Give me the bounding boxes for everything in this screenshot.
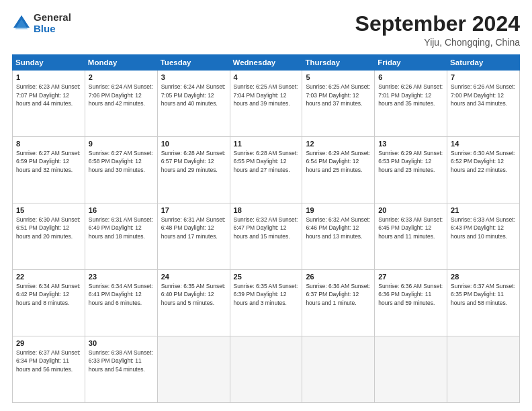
logo-icon — [12, 14, 31, 33]
table-row: 30Sunrise: 6:38 AM Sunset: 6:33 PM Dayli… — [85, 336, 157, 403]
table-row: 16Sunrise: 6:31 AM Sunset: 6:49 PM Dayli… — [85, 203, 157, 270]
day-number: 25 — [234, 273, 299, 281]
title-month: September 2024 — [355, 12, 520, 36]
table-row: 20Sunrise: 6:33 AM Sunset: 6:45 PM Dayli… — [375, 203, 447, 270]
day-info: Sunrise: 6:31 AM Sunset: 6:48 PM Dayligh… — [161, 216, 226, 240]
col-thursday: Thursday — [302, 55, 375, 71]
table-row: 18Sunrise: 6:32 AM Sunset: 6:47 PM Dayli… — [230, 203, 302, 270]
day-info: Sunrise: 6:25 AM Sunset: 7:04 PM Dayligh… — [234, 83, 299, 107]
table-row: 25Sunrise: 6:35 AM Sunset: 6:39 PM Dayli… — [230, 270, 302, 336]
day-info: Sunrise: 6:35 AM Sunset: 6:40 PM Dayligh… — [161, 282, 226, 307]
day-number: 20 — [378, 206, 443, 214]
day-info: Sunrise: 6:27 AM Sunset: 6:58 PM Dayligh… — [89, 149, 154, 174]
day-info: Sunrise: 6:29 AM Sunset: 6:54 PM Dayligh… — [306, 149, 371, 174]
calendar-week-4: 29Sunrise: 6:37 AM Sunset: 6:34 PM Dayli… — [13, 336, 520, 403]
table-row — [447, 336, 520, 403]
day-number: 18 — [234, 206, 299, 214]
day-number: 29 — [16, 339, 81, 347]
day-info: Sunrise: 6:37 AM Sunset: 6:34 PM Dayligh… — [16, 349, 81, 373]
table-row: 22Sunrise: 6:34 AM Sunset: 6:42 PM Dayli… — [13, 270, 85, 336]
table-row: 11Sunrise: 6:28 AM Sunset: 6:55 PM Dayli… — [230, 137, 302, 203]
table-row: 8Sunrise: 6:27 AM Sunset: 6:59 PM Daylig… — [13, 137, 85, 203]
col-friday: Friday — [375, 55, 447, 71]
day-info: Sunrise: 6:38 AM Sunset: 6:33 PM Dayligh… — [89, 349, 154, 373]
day-number: 27 — [378, 273, 443, 281]
day-info: Sunrise: 6:32 AM Sunset: 6:46 PM Dayligh… — [306, 216, 371, 240]
table-row — [230, 336, 302, 403]
calendar-week-2: 15Sunrise: 6:30 AM Sunset: 6:51 PM Dayli… — [13, 203, 520, 270]
table-row: 28Sunrise: 6:37 AM Sunset: 6:35 PM Dayli… — [447, 270, 520, 336]
day-number: 4 — [234, 73, 299, 81]
day-info: Sunrise: 6:34 AM Sunset: 6:41 PM Dayligh… — [89, 282, 154, 307]
page: General Blue September 2024 Yiju, Chongq… — [0, 0, 532, 411]
logo-general-text: General — [34, 12, 71, 24]
day-number: 28 — [451, 273, 516, 281]
day-number: 30 — [89, 339, 154, 347]
table-row: 3Sunrise: 6:24 AM Sunset: 7:05 PM Daylig… — [157, 71, 230, 137]
table-row: 1Sunrise: 6:23 AM Sunset: 7:07 PM Daylig… — [13, 71, 85, 137]
table-row: 9Sunrise: 6:27 AM Sunset: 6:58 PM Daylig… — [85, 137, 157, 203]
table-row: 6Sunrise: 6:26 AM Sunset: 7:01 PM Daylig… — [375, 71, 447, 137]
day-info: Sunrise: 6:29 AM Sunset: 6:53 PM Dayligh… — [378, 149, 443, 174]
day-number: 8 — [16, 140, 81, 148]
day-number: 24 — [161, 273, 226, 281]
table-row — [157, 336, 230, 403]
day-number: 1 — [16, 73, 81, 81]
title-location: Yiju, Chongqing, China — [355, 37, 520, 48]
day-number: 2 — [89, 73, 154, 81]
title-block: September 2024 Yiju, Chongqing, China — [355, 12, 520, 48]
table-row: 10Sunrise: 6:28 AM Sunset: 6:57 PM Dayli… — [157, 137, 230, 203]
day-number: 19 — [306, 206, 371, 214]
day-info: Sunrise: 6:36 AM Sunset: 6:37 PM Dayligh… — [306, 282, 371, 307]
day-info: Sunrise: 6:28 AM Sunset: 6:57 PM Dayligh… — [161, 149, 226, 174]
table-row: 5Sunrise: 6:25 AM Sunset: 7:03 PM Daylig… — [302, 71, 375, 137]
day-info: Sunrise: 6:37 AM Sunset: 6:35 PM Dayligh… — [451, 282, 516, 307]
table-row: 21Sunrise: 6:33 AM Sunset: 6:43 PM Dayli… — [447, 203, 520, 270]
day-info: Sunrise: 6:26 AM Sunset: 7:01 PM Dayligh… — [378, 83, 443, 107]
day-number: 23 — [89, 273, 154, 281]
table-row: 17Sunrise: 6:31 AM Sunset: 6:48 PM Dayli… — [157, 203, 230, 270]
day-info: Sunrise: 6:27 AM Sunset: 6:59 PM Dayligh… — [16, 149, 81, 174]
table-row: 24Sunrise: 6:35 AM Sunset: 6:40 PM Dayli… — [157, 270, 230, 336]
table-row: 19Sunrise: 6:32 AM Sunset: 6:46 PM Dayli… — [302, 203, 375, 270]
table-row: 15Sunrise: 6:30 AM Sunset: 6:51 PM Dayli… — [13, 203, 85, 270]
day-number: 13 — [378, 140, 443, 148]
day-info: Sunrise: 6:23 AM Sunset: 7:07 PM Dayligh… — [16, 83, 81, 107]
day-number: 16 — [89, 206, 154, 214]
calendar-week-1: 8Sunrise: 6:27 AM Sunset: 6:59 PM Daylig… — [13, 137, 520, 203]
day-info: Sunrise: 6:33 AM Sunset: 6:45 PM Dayligh… — [378, 216, 443, 240]
table-row — [375, 336, 447, 403]
day-number: 14 — [451, 140, 516, 148]
day-number: 22 — [16, 273, 81, 281]
day-number: 12 — [306, 140, 371, 148]
day-number: 17 — [161, 206, 226, 214]
table-row: 26Sunrise: 6:36 AM Sunset: 6:37 PM Dayli… — [302, 270, 375, 336]
logo-blue-text: Blue — [34, 24, 71, 35]
day-number: 15 — [16, 206, 81, 214]
day-info: Sunrise: 6:35 AM Sunset: 6:39 PM Dayligh… — [234, 282, 299, 307]
logo-text: General Blue — [34, 12, 71, 34]
table-row: 23Sunrise: 6:34 AM Sunset: 6:41 PM Dayli… — [85, 270, 157, 336]
day-info: Sunrise: 6:30 AM Sunset: 6:51 PM Dayligh… — [16, 216, 81, 240]
day-number: 21 — [451, 206, 516, 214]
table-row: 12Sunrise: 6:29 AM Sunset: 6:54 PM Dayli… — [302, 137, 375, 203]
col-wednesday: Wednesday — [230, 55, 302, 71]
day-number: 3 — [161, 73, 226, 81]
table-row: 4Sunrise: 6:25 AM Sunset: 7:04 PM Daylig… — [230, 71, 302, 137]
day-info: Sunrise: 6:34 AM Sunset: 6:42 PM Dayligh… — [16, 282, 81, 307]
day-info: Sunrise: 6:32 AM Sunset: 6:47 PM Dayligh… — [234, 216, 299, 240]
logo: General Blue — [12, 12, 71, 34]
table-row: 14Sunrise: 6:30 AM Sunset: 6:52 PM Dayli… — [447, 137, 520, 203]
day-number: 6 — [378, 73, 443, 81]
table-row: 7Sunrise: 6:26 AM Sunset: 7:00 PM Daylig… — [447, 71, 520, 137]
day-number: 10 — [161, 140, 226, 148]
day-number: 5 — [306, 73, 371, 81]
day-info: Sunrise: 6:36 AM Sunset: 6:36 PM Dayligh… — [378, 282, 443, 307]
col-saturday: Saturday — [447, 55, 520, 71]
calendar-header-row: Sunday Monday Tuesday Wednesday Thursday… — [13, 55, 520, 71]
day-info: Sunrise: 6:33 AM Sunset: 6:43 PM Dayligh… — [451, 216, 516, 240]
day-number: 9 — [89, 140, 154, 148]
day-info: Sunrise: 6:28 AM Sunset: 6:55 PM Dayligh… — [234, 149, 299, 174]
day-info: Sunrise: 6:31 AM Sunset: 6:49 PM Dayligh… — [89, 216, 154, 240]
day-info: Sunrise: 6:24 AM Sunset: 7:05 PM Dayligh… — [161, 83, 226, 107]
